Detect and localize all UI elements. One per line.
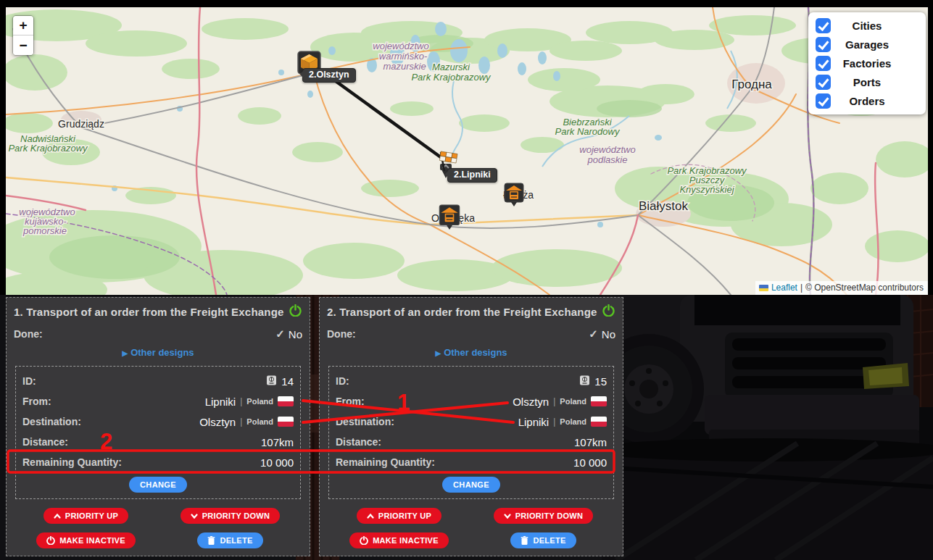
svg-text:Knyszyńskiej: Knyszyńskiej <box>679 184 734 195</box>
id-value: 15 <box>594 375 607 388</box>
destination-city: Olsztyn <box>199 416 236 428</box>
destination-country: Poland <box>246 417 273 426</box>
leaflet-map[interactable]: województwo warmińsko- mazurskie Mazursk… <box>6 7 928 295</box>
remaining-quantity-value: 10 000 <box>573 456 607 469</box>
from-city: Olsztyn <box>513 396 549 408</box>
done-label: Done: <box>14 328 43 340</box>
id-value: 14 <box>281 375 294 388</box>
row-distance: Distance: 107km <box>16 432 300 452</box>
make-inactive-button[interactable]: MAKE INACTIVE <box>349 532 449 548</box>
power-on-icon[interactable] <box>602 304 615 319</box>
priority-up-button[interactable]: PRIORITY UP <box>43 508 128 524</box>
legend-row-orders: Orders <box>812 93 922 109</box>
row-destination: Destination: Olsztyn | Poland <box>16 411 300 432</box>
distance-value: 107km <box>574 436 607 448</box>
checkbox-factories[interactable] <box>816 56 831 71</box>
trash-icon <box>207 536 215 545</box>
osm-credit: © OpenStreetMap contributors <box>805 283 924 293</box>
chevron-down-icon <box>504 513 511 519</box>
label-wojewodztwo-warminsko: województwo <box>373 41 428 51</box>
id-badge-icon <box>579 375 590 388</box>
from-country: Poland <box>246 397 273 406</box>
svg-text:mazurskie: mazurskie <box>383 61 426 72</box>
garage-marker-lomza[interactable] <box>504 183 524 210</box>
triangle-right-icon: ▶ <box>435 349 441 357</box>
map-zoom-out-button[interactable]: − <box>13 35 33 55</box>
triangle-right-icon: ▶ <box>122 349 128 357</box>
poland-flag-icon <box>591 417 607 427</box>
row-from: From: Lipniki | Poland <box>16 391 300 411</box>
poland-flag-icon <box>278 396 294 406</box>
row-id: ID: 14 <box>16 371 300 391</box>
other-designs-toggle[interactable]: ▶Other designs <box>14 347 302 360</box>
order-details: ID: 14 From: Lipniki | Poland Destinatio… <box>15 366 301 499</box>
svg-text:Park Krajobrazowy: Park Krajobrazowy <box>8 143 88 154</box>
card-title: 1. Transport of an order from the Freigh… <box>14 306 284 318</box>
done-value: No <box>289 328 302 340</box>
power-on-icon[interactable] <box>289 304 302 319</box>
checkbox-ports[interactable] <box>816 75 831 90</box>
destination-city: Lipniki <box>518 416 550 428</box>
svg-text:warmińsko-: warmińsko- <box>379 51 428 62</box>
order-details: ID: 15 From: Olsztyn | Poland Destinatio… <box>328 366 614 499</box>
map-zoom-in-button[interactable]: + <box>13 16 33 35</box>
checkbox-garages[interactable] <box>816 37 831 52</box>
from-country: Poland <box>560 397 586 406</box>
checkbox-cities[interactable] <box>816 18 831 33</box>
chevron-up-icon <box>367 513 374 519</box>
other-designs-toggle[interactable]: ▶Other designs <box>327 347 615 360</box>
row-remaining-quantity: Remaining Quantity: 10 000 <box>329 452 613 472</box>
card-title: 2. Transport of an order from the Freigh… <box>327 306 597 318</box>
delete-button[interactable]: DELETE <box>510 532 576 548</box>
svg-text:Park Narodowy: Park Narodowy <box>555 126 621 137</box>
check-icon: ✓ <box>589 327 598 340</box>
svg-text:podlaskie: podlaskie <box>587 154 628 165</box>
row-from: From: Olsztyn | Poland <box>329 391 613 411</box>
checkbox-orders[interactable] <box>816 93 831 109</box>
order-card-1: 1. Transport of an order from the Freigh… <box>6 297 310 556</box>
chevron-up-icon <box>54 513 61 519</box>
done-label: Done: <box>327 328 356 340</box>
change-button[interactable]: CHANGE <box>442 477 500 493</box>
label-mazurski-park: Mazurski <box>432 62 470 72</box>
label-wojewodztwo-podlaskie: województwo <box>579 144 635 155</box>
legend-row-factories: Factories <box>812 56 922 71</box>
row-distance: Distance: 107km <box>329 432 613 452</box>
poland-flag-icon <box>278 417 294 427</box>
delete-button[interactable]: DELETE <box>197 532 262 548</box>
legend-row-garages: Garages <box>812 37 922 52</box>
leaflet-link[interactable]: Leaflet <box>771 283 797 293</box>
row-remaining-quantity: Remaining Quantity: 10 000 <box>16 452 300 472</box>
tooltip-olsztyn: 2.Olsztyn <box>302 68 356 83</box>
change-button[interactable]: CHANGE <box>129 477 187 493</box>
label-city-grodno: Гродна <box>731 78 772 91</box>
from-city: Lipniki <box>205 396 236 408</box>
power-icon <box>46 536 55 545</box>
id-badge-icon <box>266 375 277 388</box>
priority-up-button[interactable]: PRIORITY UP <box>357 508 441 524</box>
map-layers-legend: Cities Garages Factories Ports Orders <box>808 12 926 114</box>
chevron-down-icon <box>191 513 198 519</box>
priority-down-button[interactable]: PRIORITY DOWN <box>494 508 594 524</box>
row-id: ID: 15 <box>329 371 613 391</box>
map-zoom-control: + − <box>12 15 34 56</box>
garage-marker-ostroleka[interactable] <box>439 204 460 233</box>
map-attribution: Leaflet | © OpenStreetMap contributors <box>755 281 928 295</box>
ukraine-flag-icon <box>759 285 768 291</box>
remaining-quantity-value: 10 000 <box>260 456 294 469</box>
check-icon: ✓ <box>275 327 285 340</box>
order-card-2: 2. Transport of an order from the Freigh… <box>319 297 623 556</box>
priority-down-button[interactable]: PRIORITY DOWN <box>181 508 281 524</box>
legend-row-cities: Cities <box>812 18 922 33</box>
done-value: No <box>602 328 615 340</box>
svg-text:Park Krajobrazowy: Park Krajobrazowy <box>411 72 492 83</box>
poland-flag-icon <box>591 396 607 406</box>
trash-icon <box>521 536 528 545</box>
map-tiles: województwo warmińsko- mazurskie Mazursk… <box>6 7 928 295</box>
power-icon <box>360 536 368 545</box>
destination-country: Poland <box>560 417 586 426</box>
orders-panel: 1. Transport of an order from the Freigh… <box>0 295 933 560</box>
make-inactive-button[interactable]: MAKE INACTIVE <box>36 532 136 548</box>
svg-text:pomorskie: pomorskie <box>22 225 67 236</box>
tooltip-lipniki: 2.Lipniki <box>447 168 497 183</box>
